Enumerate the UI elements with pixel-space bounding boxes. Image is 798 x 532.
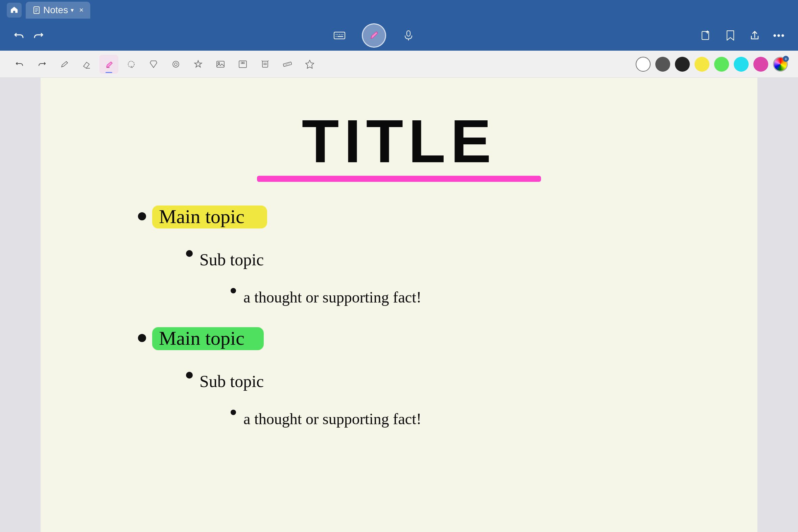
new-page-button[interactable] [697,27,715,44]
svg-point-37 [138,212,146,221]
color-darkgray-swatch[interactable] [655,57,670,72]
toolbar-center [331,23,417,48]
star-tool-button[interactable] [189,55,208,74]
draw-redo-button[interactable] [33,55,51,74]
more-options-button[interactable]: ••• [770,27,788,44]
tab-dropdown-arrow[interactable]: ▾ [71,6,74,14]
title-bar: Notes ▾ × [0,0,798,20]
color-swatches-group [636,57,788,72]
svg-line-32 [286,63,287,65]
svg-rect-22 [217,61,224,67]
svg-line-31 [285,64,285,65]
sidebar-right [757,78,798,532]
svg-rect-27 [262,61,268,67]
color-more-swatch[interactable] [773,57,788,72]
drawing-toolbar [0,51,798,78]
toolbar-left [10,27,51,44]
svg-text:a thought or supporting fact!: a thought or supporting fact! [243,289,421,306]
text-tool-button[interactable] [233,55,252,74]
svg-text:Sub topic: Sub topic [200,250,264,269]
color-green-swatch[interactable] [714,57,729,72]
svg-rect-24 [239,61,246,68]
undo-button[interactable] [10,27,28,44]
svg-rect-30 [283,62,292,66]
note-canvas-svg: TITLE Main topic Sub topic a thought or … [41,78,757,532]
svg-point-47 [186,372,193,379]
canvas-area[interactable]: TITLE Main topic Sub topic a thought or … [41,78,757,532]
svg-point-42 [230,288,236,293]
svg-point-21 [174,63,177,65]
svg-point-40 [186,250,193,257]
more-draw-tools-button[interactable] [300,55,319,74]
share-button[interactable] [746,27,763,44]
color-pink-swatch[interactable] [754,57,768,72]
ruler-tool-button[interactable] [278,55,297,74]
color-white-swatch[interactable] [636,57,651,72]
home-button[interactable] [7,3,22,18]
svg-rect-38 [152,206,267,228]
insert-image-button[interactable] [211,55,230,74]
bookmark-button[interactable] [722,27,739,44]
svg-text:Sub topic: Sub topic [200,372,264,391]
eraser-tool-button[interactable] [77,55,96,74]
svg-line-34 [289,63,289,64]
select-shapes-button[interactable] [144,55,163,74]
svg-text:Main topic: Main topic [159,206,244,227]
svg-rect-4 [334,32,345,39]
tab-title: Notes [43,5,68,16]
notes-tab-icon [33,6,41,14]
keyboard-button[interactable] [331,27,348,44]
main-area: TITLE Main topic Sub topic a thought or … [0,78,798,532]
svg-point-49 [230,410,236,415]
svg-line-33 [287,63,288,64]
top-toolbar: ••• [0,20,798,51]
pencil-center-button[interactable] [362,23,386,48]
sidebar-left [0,78,41,532]
title-bar-left: Notes ▾ × [7,2,90,19]
undo-redo-group [10,27,47,44]
svg-rect-45 [152,327,264,350]
loop-select-button[interactable] [166,55,185,74]
tab-close-button[interactable]: × [79,6,83,15]
document-scan-button[interactable] [256,55,275,74]
color-cyan-swatch[interactable] [734,57,749,72]
svg-text:a thought or supporting fact!: a thought or supporting fact! [243,410,421,428]
svg-text:TITLE: TITLE [302,107,496,175]
redo-button[interactable] [30,27,47,44]
notes-tab[interactable]: Notes ▾ × [26,2,90,19]
svg-point-44 [138,334,146,342]
highlighter-tool-button[interactable] [99,55,118,74]
toolbar-right: ••• [697,27,788,44]
draw-undo-button[interactable] [10,55,29,74]
color-yellow-swatch[interactable] [694,57,709,72]
svg-rect-36 [257,176,541,182]
color-black-swatch[interactable] [675,57,690,72]
svg-point-20 [173,61,179,67]
svg-point-23 [218,62,220,64]
lasso-tool-button[interactable] [122,55,141,74]
svg-text:Main topic: Main topic [159,327,244,349]
svg-rect-12 [407,31,410,36]
pen-tool-button[interactable] [55,55,74,74]
microphone-button[interactable] [400,27,417,44]
